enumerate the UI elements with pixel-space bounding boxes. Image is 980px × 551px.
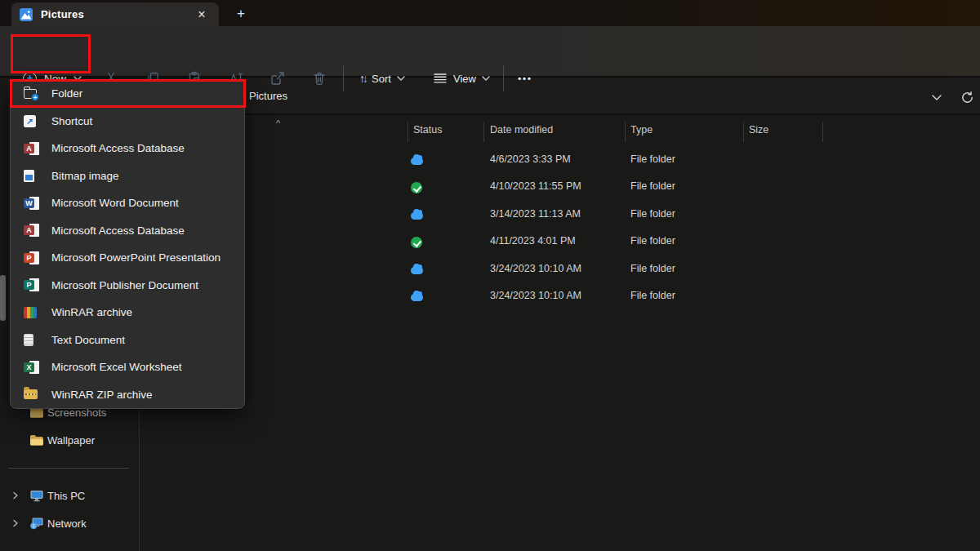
- more-options-button[interactable]: •••: [510, 64, 541, 93]
- file-row[interactable]: 4/11/2023 4:01 PM File folder: [139, 229, 980, 256]
- delete-button[interactable]: [305, 64, 334, 93]
- type-cell: File folder: [630, 180, 675, 192]
- new-tab-icon[interactable]: +: [232, 5, 250, 23]
- sidebar-item-label: Wallpaper: [47, 434, 95, 447]
- close-tab-icon[interactable]: ×: [193, 6, 211, 24]
- winrar-zip-icon: [24, 387, 40, 402]
- pictures-folder-icon: [20, 8, 33, 21]
- chevron-down-icon: [482, 76, 490, 81]
- type-cell: File folder: [630, 235, 675, 247]
- view-lines-icon: [433, 73, 448, 84]
- file-row[interactable]: 3/24/2023 10:10 AM File folder: [139, 283, 980, 310]
- chevron-down-icon: [932, 95, 942, 100]
- sort-button[interactable]: ↑↓ Sort: [354, 64, 410, 93]
- refresh-icon: [960, 91, 974, 104]
- date-modified-cell: 3/24/2023 10:10 AM: [490, 263, 581, 274]
- chevron-right-icon[interactable]: [11, 491, 20, 500]
- menu-item-excel-worksheet[interactable]: X Microsoft Excel Worksheet: [11, 353, 244, 381]
- file-list: 4/6/2023 3:33 PM File folder 4/10/2023 1…: [139, 147, 980, 310]
- tab-title: Pictures: [41, 8, 84, 20]
- menu-item-folder[interactable]: + Folder: [11, 80, 244, 108]
- type-cell: File folder: [630, 153, 675, 165]
- file-explorer-window: Pictures × + + New: [0, 0, 980, 551]
- monitor-icon: [29, 489, 44, 502]
- trash-icon: [311, 70, 327, 87]
- sidebar-item-label: This PC: [47, 490, 85, 502]
- sidebar-divider: [8, 468, 129, 469]
- bitmap-icon: [24, 168, 40, 183]
- sidebar-item-this-pc[interactable]: This PC: [0, 482, 137, 509]
- column-header-status[interactable]: Status: [413, 124, 442, 136]
- menu-item-access-database-2[interactable]: A Microsoft Access Database: [11, 217, 244, 245]
- sort-ascending-icon: ^: [276, 118, 280, 128]
- folder-icon: [29, 433, 44, 447]
- excel-icon: X: [24, 360, 40, 375]
- powerpoint-icon: P: [24, 251, 40, 265]
- sync-status-icon: [411, 267, 423, 274]
- refresh-button[interactable]: [956, 87, 978, 108]
- column-separator[interactable]: [822, 122, 823, 142]
- menu-item-word-document[interactable]: W Microsoft Word Document: [11, 189, 244, 217]
- sync-status-icon: [411, 182, 422, 193]
- sidebar-item-label: Network: [47, 518, 87, 530]
- column-separator[interactable]: [743, 122, 744, 142]
- word-icon: W: [24, 196, 40, 211]
- sidebar-item-network[interactable]: Network: [0, 509, 137, 537]
- toolbar-separator: [343, 65, 344, 91]
- address-dropdown-button[interactable]: [926, 87, 947, 108]
- toolbar: + New: [0, 26, 980, 78]
- sync-status-icon: [411, 237, 422, 248]
- date-modified-cell: 4/6/2023 3:33 PM: [490, 153, 571, 165]
- shortcut-icon: ↗: [24, 113, 40, 128]
- folder-plus-icon: +: [24, 87, 40, 101]
- winrar-icon: [24, 305, 40, 320]
- column-separator[interactable]: [625, 122, 626, 142]
- toolbar-separator: [503, 65, 504, 91]
- sync-status-icon: [411, 212, 423, 220]
- file-row[interactable]: 3/24/2023 10:10 AM File folder: [139, 256, 980, 283]
- menu-item-powerpoint-presentation[interactable]: P Microsoft PowerPoint Presentation: [11, 244, 244, 272]
- column-header-size[interactable]: Size: [749, 124, 768, 136]
- menu-item-access-database[interactable]: A Microsoft Access Database: [11, 135, 244, 162]
- column-header-row: ^ Status Date modified Type Size: [139, 117, 980, 146]
- titlebar: Pictures × +: [0, 0, 980, 26]
- file-row[interactable]: 4/6/2023 3:33 PM File folder: [139, 147, 980, 174]
- menu-item-winrar-archive[interactable]: WinRAR archive: [11, 299, 244, 327]
- menu-item-shortcut[interactable]: ↗ Shortcut: [11, 108, 244, 136]
- new-dropdown-menu: + Folder ↗ Shortcut A Microsoft Access D…: [10, 79, 245, 409]
- sync-status-icon: [411, 158, 423, 165]
- network-icon: [29, 517, 44, 530]
- menu-item-winrar-zip-archive[interactable]: WinRAR ZIP archive: [11, 381, 244, 409]
- menu-item-publisher-document[interactable]: P Microsoft Publisher Document: [11, 272, 244, 300]
- chevron-right-icon[interactable]: [11, 519, 20, 527]
- menu-item-bitmap-image[interactable]: Bitmap image: [11, 162, 244, 190]
- file-row[interactable]: 3/14/2023 11:13 AM File folder: [139, 202, 980, 229]
- sort-arrows-icon: ↑↓: [359, 72, 366, 85]
- tab-pictures[interactable]: Pictures ×: [11, 2, 219, 26]
- column-separator[interactable]: [408, 122, 408, 142]
- column-header-type[interactable]: Type: [630, 124, 653, 136]
- publisher-icon: P: [24, 278, 40, 292]
- type-cell: File folder: [630, 290, 675, 301]
- column-separator[interactable]: [483, 122, 484, 142]
- text-document-icon: [24, 332, 40, 347]
- chevron-down-icon: [397, 76, 405, 81]
- date-modified-cell: 3/14/2023 11:13 AM: [490, 208, 581, 220]
- access-icon: A: [24, 223, 40, 238]
- sync-status-icon: [411, 294, 423, 301]
- share-button[interactable]: [263, 64, 292, 93]
- date-modified-cell: 4/11/2023 4:01 PM: [490, 235, 576, 247]
- date-modified-cell: 4/10/2023 11:55 PM: [490, 180, 581, 192]
- view-button[interactable]: View: [428, 64, 495, 93]
- sidebar-scrollbar[interactable]: [0, 275, 6, 321]
- type-cell: File folder: [630, 263, 675, 274]
- column-header-date-modified[interactable]: Date modified: [490, 124, 553, 136]
- sidebar-item-wallpaper[interactable]: Wallpaper: [0, 426, 137, 454]
- file-row[interactable]: 4/10/2023 11:55 PM File folder: [139, 174, 980, 201]
- share-icon: [270, 70, 286, 87]
- date-modified-cell: 3/24/2023 10:10 AM: [490, 290, 581, 301]
- view-label: View: [453, 73, 476, 85]
- type-cell: File folder: [630, 208, 675, 220]
- menu-item-text-document[interactable]: Text Document: [11, 327, 244, 354]
- access-icon: A: [24, 141, 40, 156]
